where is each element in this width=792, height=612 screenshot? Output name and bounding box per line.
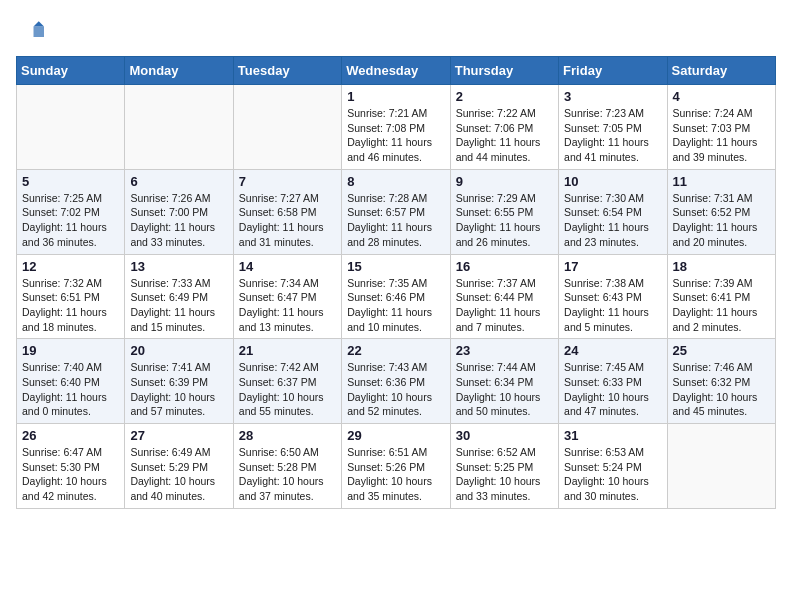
day-number: 21 xyxy=(239,343,336,358)
day-number: 22 xyxy=(347,343,444,358)
weekday-header: Monday xyxy=(125,57,233,85)
calendar-day-cell: 5Sunrise: 7:25 AM Sunset: 7:02 PM Daylig… xyxy=(17,169,125,254)
weekday-header: Sunday xyxy=(17,57,125,85)
day-number: 11 xyxy=(673,174,770,189)
day-number: 17 xyxy=(564,259,661,274)
calendar-day-cell: 24Sunrise: 7:45 AM Sunset: 6:33 PM Dayli… xyxy=(559,339,667,424)
day-info: Sunrise: 7:31 AM Sunset: 6:52 PM Dayligh… xyxy=(673,191,770,250)
calendar-day-cell: 13Sunrise: 7:33 AM Sunset: 6:49 PM Dayli… xyxy=(125,254,233,339)
weekday-header: Wednesday xyxy=(342,57,450,85)
day-number: 13 xyxy=(130,259,227,274)
calendar-day-cell: 17Sunrise: 7:38 AM Sunset: 6:43 PM Dayli… xyxy=(559,254,667,339)
calendar-day-cell xyxy=(667,424,775,509)
day-number: 19 xyxy=(22,343,119,358)
header xyxy=(16,16,776,44)
day-info: Sunrise: 6:51 AM Sunset: 5:26 PM Dayligh… xyxy=(347,445,444,504)
calendar-day-cell: 28Sunrise: 6:50 AM Sunset: 5:28 PM Dayli… xyxy=(233,424,341,509)
calendar-day-cell: 26Sunrise: 6:47 AM Sunset: 5:30 PM Dayli… xyxy=(17,424,125,509)
day-info: Sunrise: 7:29 AM Sunset: 6:55 PM Dayligh… xyxy=(456,191,553,250)
calendar-week-row: 12Sunrise: 7:32 AM Sunset: 6:51 PM Dayli… xyxy=(17,254,776,339)
calendar-day-cell: 1Sunrise: 7:21 AM Sunset: 7:08 PM Daylig… xyxy=(342,85,450,170)
day-number: 5 xyxy=(22,174,119,189)
calendar-day-cell: 10Sunrise: 7:30 AM Sunset: 6:54 PM Dayli… xyxy=(559,169,667,254)
day-number: 26 xyxy=(22,428,119,443)
day-number: 14 xyxy=(239,259,336,274)
day-info: Sunrise: 6:50 AM Sunset: 5:28 PM Dayligh… xyxy=(239,445,336,504)
calendar-day-cell: 30Sunrise: 6:52 AM Sunset: 5:25 PM Dayli… xyxy=(450,424,558,509)
calendar-day-cell: 7Sunrise: 7:27 AM Sunset: 6:58 PM Daylig… xyxy=(233,169,341,254)
day-number: 7 xyxy=(239,174,336,189)
day-info: Sunrise: 7:21 AM Sunset: 7:08 PM Dayligh… xyxy=(347,106,444,165)
day-number: 15 xyxy=(347,259,444,274)
day-number: 31 xyxy=(564,428,661,443)
day-info: Sunrise: 7:33 AM Sunset: 6:49 PM Dayligh… xyxy=(130,276,227,335)
day-info: Sunrise: 7:34 AM Sunset: 6:47 PM Dayligh… xyxy=(239,276,336,335)
day-info: Sunrise: 7:38 AM Sunset: 6:43 PM Dayligh… xyxy=(564,276,661,335)
calendar-day-cell: 31Sunrise: 6:53 AM Sunset: 5:24 PM Dayli… xyxy=(559,424,667,509)
day-info: Sunrise: 7:26 AM Sunset: 7:00 PM Dayligh… xyxy=(130,191,227,250)
calendar-table: SundayMondayTuesdayWednesdayThursdayFrid… xyxy=(16,56,776,509)
calendar-day-cell: 6Sunrise: 7:26 AM Sunset: 7:00 PM Daylig… xyxy=(125,169,233,254)
calendar-day-cell: 19Sunrise: 7:40 AM Sunset: 6:40 PM Dayli… xyxy=(17,339,125,424)
day-info: Sunrise: 6:52 AM Sunset: 5:25 PM Dayligh… xyxy=(456,445,553,504)
calendar-day-cell: 27Sunrise: 6:49 AM Sunset: 5:29 PM Dayli… xyxy=(125,424,233,509)
day-number: 18 xyxy=(673,259,770,274)
day-number: 27 xyxy=(130,428,227,443)
day-number: 29 xyxy=(347,428,444,443)
calendar-day-cell: 21Sunrise: 7:42 AM Sunset: 6:37 PM Dayli… xyxy=(233,339,341,424)
day-info: Sunrise: 7:35 AM Sunset: 6:46 PM Dayligh… xyxy=(347,276,444,335)
logo xyxy=(16,16,48,44)
day-info: Sunrise: 7:40 AM Sunset: 6:40 PM Dayligh… xyxy=(22,360,119,419)
calendar-day-cell: 18Sunrise: 7:39 AM Sunset: 6:41 PM Dayli… xyxy=(667,254,775,339)
day-info: Sunrise: 7:42 AM Sunset: 6:37 PM Dayligh… xyxy=(239,360,336,419)
day-info: Sunrise: 7:41 AM Sunset: 6:39 PM Dayligh… xyxy=(130,360,227,419)
day-info: Sunrise: 7:22 AM Sunset: 7:06 PM Dayligh… xyxy=(456,106,553,165)
day-info: Sunrise: 6:49 AM Sunset: 5:29 PM Dayligh… xyxy=(130,445,227,504)
calendar-day-cell: 9Sunrise: 7:29 AM Sunset: 6:55 PM Daylig… xyxy=(450,169,558,254)
calendar-day-cell: 4Sunrise: 7:24 AM Sunset: 7:03 PM Daylig… xyxy=(667,85,775,170)
day-number: 9 xyxy=(456,174,553,189)
day-number: 25 xyxy=(673,343,770,358)
day-number: 16 xyxy=(456,259,553,274)
day-info: Sunrise: 7:25 AM Sunset: 7:02 PM Dayligh… xyxy=(22,191,119,250)
calendar-day-cell: 22Sunrise: 7:43 AM Sunset: 6:36 PM Dayli… xyxy=(342,339,450,424)
day-info: Sunrise: 7:32 AM Sunset: 6:51 PM Dayligh… xyxy=(22,276,119,335)
day-info: Sunrise: 7:23 AM Sunset: 7:05 PM Dayligh… xyxy=(564,106,661,165)
calendar-day-cell: 16Sunrise: 7:37 AM Sunset: 6:44 PM Dayli… xyxy=(450,254,558,339)
day-number: 1 xyxy=(347,89,444,104)
day-number: 4 xyxy=(673,89,770,104)
calendar-header-row: SundayMondayTuesdayWednesdayThursdayFrid… xyxy=(17,57,776,85)
day-info: Sunrise: 7:24 AM Sunset: 7:03 PM Dayligh… xyxy=(673,106,770,165)
day-number: 3 xyxy=(564,89,661,104)
day-info: Sunrise: 7:44 AM Sunset: 6:34 PM Dayligh… xyxy=(456,360,553,419)
calendar-day-cell: 29Sunrise: 6:51 AM Sunset: 5:26 PM Dayli… xyxy=(342,424,450,509)
weekday-header: Tuesday xyxy=(233,57,341,85)
day-number: 24 xyxy=(564,343,661,358)
day-number: 30 xyxy=(456,428,553,443)
svg-marker-1 xyxy=(34,21,45,26)
calendar-day-cell: 14Sunrise: 7:34 AM Sunset: 6:47 PM Dayli… xyxy=(233,254,341,339)
calendar-day-cell xyxy=(233,85,341,170)
day-info: Sunrise: 7:27 AM Sunset: 6:58 PM Dayligh… xyxy=(239,191,336,250)
svg-marker-2 xyxy=(34,27,45,38)
calendar-day-cell: 3Sunrise: 7:23 AM Sunset: 7:05 PM Daylig… xyxy=(559,85,667,170)
day-number: 20 xyxy=(130,343,227,358)
calendar-week-row: 1Sunrise: 7:21 AM Sunset: 7:08 PM Daylig… xyxy=(17,85,776,170)
day-number: 12 xyxy=(22,259,119,274)
calendar-day-cell: 20Sunrise: 7:41 AM Sunset: 6:39 PM Dayli… xyxy=(125,339,233,424)
day-info: Sunrise: 7:28 AM Sunset: 6:57 PM Dayligh… xyxy=(347,191,444,250)
day-info: Sunrise: 7:45 AM Sunset: 6:33 PM Dayligh… xyxy=(564,360,661,419)
day-number: 2 xyxy=(456,89,553,104)
weekday-header: Thursday xyxy=(450,57,558,85)
calendar-day-cell: 23Sunrise: 7:44 AM Sunset: 6:34 PM Dayli… xyxy=(450,339,558,424)
day-info: Sunrise: 7:39 AM Sunset: 6:41 PM Dayligh… xyxy=(673,276,770,335)
calendar-day-cell: 8Sunrise: 7:28 AM Sunset: 6:57 PM Daylig… xyxy=(342,169,450,254)
day-info: Sunrise: 6:47 AM Sunset: 5:30 PM Dayligh… xyxy=(22,445,119,504)
day-number: 10 xyxy=(564,174,661,189)
day-number: 6 xyxy=(130,174,227,189)
calendar-week-row: 26Sunrise: 6:47 AM Sunset: 5:30 PM Dayli… xyxy=(17,424,776,509)
logo-icon xyxy=(16,16,44,44)
calendar-day-cell: 11Sunrise: 7:31 AM Sunset: 6:52 PM Dayli… xyxy=(667,169,775,254)
day-info: Sunrise: 7:43 AM Sunset: 6:36 PM Dayligh… xyxy=(347,360,444,419)
day-info: Sunrise: 6:53 AM Sunset: 5:24 PM Dayligh… xyxy=(564,445,661,504)
